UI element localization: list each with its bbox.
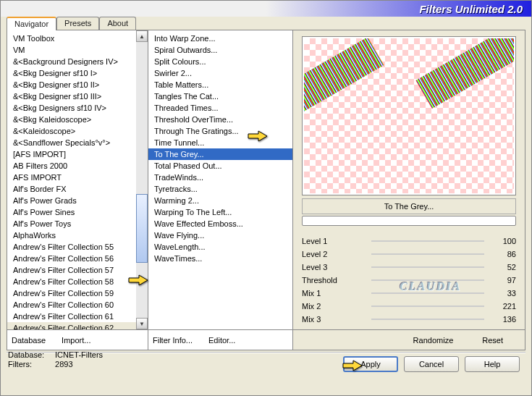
list-item[interactable]: Table Matters... xyxy=(148,79,292,90)
slider-value: 221 xyxy=(489,302,516,311)
list-item[interactable]: AFS IMPORT xyxy=(7,172,148,183)
slider-track[interactable] xyxy=(371,306,484,307)
list-item[interactable]: &<Kaleidoscope> xyxy=(7,125,148,137)
scroll-down-icon[interactable]: ▼ xyxy=(136,318,148,329)
list-item[interactable]: Alf's Border FX xyxy=(7,183,148,195)
list-item[interactable]: Tyretracks... xyxy=(148,183,292,195)
list-item[interactable]: Wave Effected Emboss... xyxy=(148,218,292,229)
list-item[interactable]: Swirler 2... xyxy=(148,67,292,79)
list-item[interactable]: Threaded Times... xyxy=(148,102,292,114)
list-item[interactable]: Split Colours... xyxy=(148,56,292,67)
slider-row[interactable]: Threshold97 xyxy=(302,274,516,287)
filter-column: Into Warp Zone...Spiral Outwards...Split… xyxy=(148,30,293,350)
list-item[interactable]: WaveTimes... xyxy=(148,253,292,264)
category-column: VM ToolboxVM&<Background Designers IV>&<… xyxy=(7,30,148,350)
preview-toolbar: Randomize Reset xyxy=(293,329,525,350)
status-filters-value: 2893 xyxy=(55,360,72,368)
list-item[interactable]: Spiral Outwards... xyxy=(148,44,292,56)
slider-row[interactable]: Level 352 xyxy=(302,261,516,274)
status-filters-label: Filters: xyxy=(8,360,53,369)
slider-value: 100 xyxy=(489,237,516,245)
list-item[interactable]: Alf's Power Grads xyxy=(7,195,148,206)
list-item[interactable]: Into Warp Zone... xyxy=(148,33,292,44)
list-item[interactable]: VM Toolbox xyxy=(7,33,148,44)
list-item[interactable]: Andrew's Filter Collection 60 xyxy=(7,299,148,311)
slider-track[interactable] xyxy=(371,253,484,255)
list-item[interactable]: Warming 2... xyxy=(148,195,292,206)
list-item[interactable]: TradeWinds... xyxy=(148,172,292,183)
slider-row[interactable]: Mix 133 xyxy=(302,287,516,300)
category-list[interactable]: VM ToolboxVM&<Background Designers IV>&<… xyxy=(7,30,148,347)
list-item[interactable]: Threshold OverTime... xyxy=(148,114,292,125)
category-scrollbar[interactable]: ▲ ▼ xyxy=(136,30,148,329)
list-item[interactable]: Tangles The Cat... xyxy=(148,90,292,102)
slider-row[interactable]: Level 1100 xyxy=(302,235,516,248)
slider-track[interactable] xyxy=(371,319,484,320)
list-item[interactable]: Total Phased Out... xyxy=(148,160,292,172)
slider-row[interactable]: Mix 2221 xyxy=(302,300,516,313)
list-item[interactable]: Andrew's Filter Collection 56 xyxy=(7,253,148,264)
slider-label: Level 2 xyxy=(302,250,367,258)
list-item[interactable]: &<Bkg Designer sf10 II> xyxy=(7,79,148,90)
slider-track[interactable] xyxy=(371,292,484,294)
list-item[interactable]: &<Sandflower Specials°v°> xyxy=(7,137,148,148)
preview-label: To The Grey... xyxy=(302,198,516,214)
scroll-up-icon[interactable]: ▲ xyxy=(136,30,148,42)
editor-button[interactable]: Editor... xyxy=(208,336,235,345)
list-item[interactable]: &<Bkg Kaleidoscope> xyxy=(7,114,148,125)
list-item[interactable]: Time Tunnel... xyxy=(148,137,292,148)
slider-value: 52 xyxy=(489,263,516,271)
slider-row[interactable]: Level 286 xyxy=(302,248,516,261)
list-item[interactable]: Andrew's Filter Collection 57 xyxy=(7,264,148,276)
slider-label: Mix 3 xyxy=(302,315,367,324)
scroll-track[interactable] xyxy=(136,42,148,318)
list-item[interactable]: &<Background Designers IV> xyxy=(7,56,148,67)
list-item[interactable]: &<Bkg Designer sf10 I> xyxy=(7,67,148,79)
main-content: VM ToolboxVM&<Background Designers IV>&<… xyxy=(7,30,525,350)
cancel-button[interactable]: Cancel xyxy=(404,356,459,372)
randomize-button[interactable]: Randomize xyxy=(413,336,454,345)
list-item[interactable]: Alf's Power Toys xyxy=(7,218,148,229)
filter-info-button[interactable]: Filter Info... xyxy=(153,336,193,345)
list-item[interactable]: &<Bkg Designer sf10 III> xyxy=(7,90,148,102)
list-item[interactable]: Through The Gratings... xyxy=(148,125,292,137)
tab-presets[interactable]: Presets xyxy=(56,17,99,30)
database-button[interactable]: Database xyxy=(12,336,46,345)
category-toolbar: Database Import... xyxy=(7,329,148,350)
list-item[interactable]: VM xyxy=(7,44,148,56)
scroll-thumb[interactable] xyxy=(136,194,148,263)
list-item[interactable]: WaveLength... xyxy=(148,241,292,253)
list-item[interactable]: Andrew's Filter Collection 55 xyxy=(7,241,148,253)
preview-artifact xyxy=(415,38,514,109)
tab-about[interactable]: About xyxy=(99,17,136,30)
slider-track[interactable] xyxy=(371,279,484,281)
list-item[interactable]: AB Filters 2000 xyxy=(7,160,148,172)
list-item[interactable]: [AFS IMPORT] xyxy=(7,148,148,160)
list-item[interactable]: Andrew's Filter Collection 61 xyxy=(7,311,148,322)
filter-list[interactable]: Into Warp Zone...Spiral Outwards...Split… xyxy=(148,30,292,266)
list-item[interactable]: Andrew's Filter Collection 58 xyxy=(7,276,148,287)
import-button[interactable]: Import... xyxy=(62,336,90,345)
tab-navigator[interactable]: Navigator xyxy=(7,17,56,30)
status-database-label: Database: xyxy=(8,350,53,360)
slider-value: 136 xyxy=(489,315,516,324)
slider-track[interactable] xyxy=(371,266,484,268)
list-item[interactable]: Andrew's Filter Collection 59 xyxy=(7,287,148,299)
list-item[interactable]: Wave Flying... xyxy=(148,229,292,241)
slider-label: Level 3 xyxy=(302,263,367,271)
list-item[interactable]: AlphaWorks xyxy=(7,229,148,241)
slider-row[interactable]: Mix 3136 xyxy=(302,313,516,326)
title-bar: Filters Unlimited 2.0 xyxy=(1,1,531,17)
sliders-panel: CLAUDIA Level 1100Level 286Level 352Thre… xyxy=(302,235,516,339)
list-item[interactable]: Warping To The Left... xyxy=(148,206,292,218)
slider-track[interactable] xyxy=(371,240,484,242)
list-item[interactable]: &<Bkg Designers sf10 IV> xyxy=(7,102,148,114)
list-item[interactable]: Alf's Power Sines xyxy=(7,206,148,218)
list-item[interactable]: To The Grey... xyxy=(148,148,292,160)
app-title: Filters Unlimited 2.0 xyxy=(419,3,523,15)
reset-button[interactable]: Reset xyxy=(482,336,503,345)
help-button[interactable]: Help xyxy=(465,356,520,372)
apply-button[interactable]: Apply xyxy=(343,356,398,372)
slider-value: 86 xyxy=(489,250,516,258)
slider-label: Mix 2 xyxy=(302,302,367,311)
